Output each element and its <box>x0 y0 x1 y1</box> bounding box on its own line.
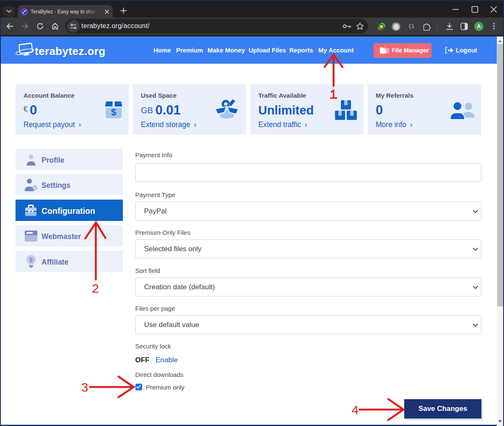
svg-text:2: 2 <box>92 281 99 295</box>
svg-text:4: 4 <box>352 403 359 417</box>
svg-text:3: 3 <box>81 380 88 394</box>
